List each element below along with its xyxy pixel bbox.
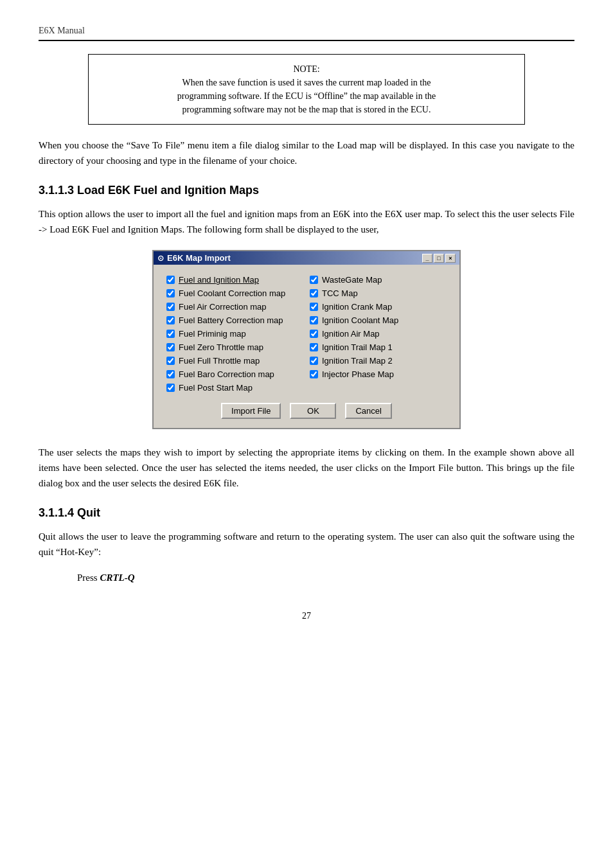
checkbox-ignition-trail2-input[interactable] <box>310 357 318 365</box>
right-checkboxes: WasteGate Map TCC Map Ignition Crank Map… <box>310 275 447 393</box>
checkbox-tcc: TCC Map <box>310 288 447 298</box>
page-number: 27 <box>302 611 311 621</box>
checkbox-injector-phase-input[interactable] <box>310 370 318 378</box>
minimize-button[interactable]: _ <box>422 254 432 263</box>
checkbox-fuel-priming-label: Fuel Priminig map <box>179 329 246 339</box>
checkbox-fuel-air-label: Fuel Air Correction map <box>179 302 267 312</box>
page-header: E6X Manual <box>39 26 574 41</box>
checkbox-fuel-coolant-label: Fuel Coolant Correction map <box>179 288 285 298</box>
checkbox-fuel-ignition-input[interactable] <box>166 276 175 284</box>
note-title: NOTE: <box>108 62 505 76</box>
note-box: NOTE: When the save function is used it … <box>88 54 525 125</box>
checkbox-fuel-post-input[interactable] <box>166 384 175 392</box>
dialog-window: ⊙ E6K Map Import _ □ × Fuel and Ignition… <box>152 250 461 429</box>
checkbox-fuel-baro-input[interactable] <box>166 370 175 378</box>
checkbox-fuel-zero: Fuel Zero Throttle map <box>166 342 303 352</box>
checkbox-ignition-crank: Ignition Crank Map <box>310 302 447 312</box>
dialog-container: ⊙ E6K Map Import _ □ × Fuel and Ignition… <box>39 250 574 429</box>
page-footer: 27 <box>39 611 574 621</box>
checkbox-fuel-baro: Fuel Baro Correction map <box>166 369 303 379</box>
import-file-button[interactable]: Import File <box>221 403 281 419</box>
hotkey-text: Press CRTL-Q <box>77 570 574 585</box>
checkbox-fuel-zero-label: Fuel Zero Throttle map <box>179 342 263 352</box>
dialog-columns: Fuel and Ignition Map Fuel Coolant Corre… <box>166 275 447 393</box>
checkbox-fuel-full-input[interactable] <box>166 357 175 365</box>
close-button[interactable]: × <box>445 254 456 263</box>
checkbox-fuel-coolant-input[interactable] <box>166 289 175 297</box>
checkbox-injector-phase: Injector Phase Map <box>310 369 447 379</box>
paragraph-1: When you choose the “Save To File” menu … <box>39 137 574 168</box>
checkbox-tcc-input[interactable] <box>310 289 318 297</box>
checkbox-fuel-priming-input[interactable] <box>166 330 175 338</box>
checkbox-fuel-post-label: Fuel Post Start Map <box>179 383 253 393</box>
paragraph-3: The user selects the maps they wish to i… <box>39 445 574 491</box>
checkbox-wastegate-label: WasteGate Map <box>322 275 382 285</box>
note-line-2: programming software. If the ECU is “Off… <box>108 89 505 103</box>
checkbox-tcc-label: TCC Map <box>322 288 358 298</box>
checkbox-fuel-baro-label: Fuel Baro Correction map <box>179 369 274 379</box>
paragraph-4: Quit allows the user to leave the progra… <box>39 529 574 560</box>
checkbox-fuel-coolant: Fuel Coolant Correction map <box>166 288 303 298</box>
cancel-button[interactable]: Cancel <box>345 403 391 419</box>
checkbox-ignition-air-input[interactable] <box>310 330 318 338</box>
checkbox-wastegate: WasteGate Map <box>310 275 447 285</box>
checkbox-ignition-trail1: Ignition Trail Map 1 <box>310 342 447 352</box>
dialog-titlebar: ⊙ E6K Map Import _ □ × <box>154 251 459 265</box>
checkbox-fuel-battery: Fuel Battery Correction map <box>166 315 303 325</box>
checkbox-wastegate-input[interactable] <box>310 276 318 284</box>
hotkey-code: CRTL-Q <box>100 572 134 583</box>
checkbox-fuel-priming: Fuel Priminig map <box>166 329 303 339</box>
checkbox-ignition-coolant-label: Ignition Coolant Map <box>322 315 398 325</box>
dialog-buttons: Import File OK Cancel <box>166 403 447 419</box>
checkbox-ignition-trail2-label: Ignition Trail Map 2 <box>322 356 393 366</box>
checkbox-ignition-trail1-label: Ignition Trail Map 1 <box>322 342 393 352</box>
checkbox-ignition-coolant: Ignition Coolant Map <box>310 315 447 325</box>
section-heading-1: 3.1.1.3 Load E6K Fuel and Ignition Maps <box>39 184 574 197</box>
checkbox-fuel-battery-label: Fuel Battery Correction map <box>179 315 283 325</box>
checkbox-fuel-post: Fuel Post Start Map <box>166 383 303 393</box>
checkbox-fuel-battery-input[interactable] <box>166 316 175 324</box>
checkbox-injector-phase-label: Injector Phase Map <box>322 369 394 379</box>
dialog-title: E6K Map Import <box>167 253 231 263</box>
checkbox-ignition-trail1-input[interactable] <box>310 343 318 351</box>
section-heading-2: 3.1.1.4 Quit <box>39 506 574 520</box>
dialog-content: Fuel and Ignition Map Fuel Coolant Corre… <box>154 265 459 428</box>
checkbox-ignition-crank-input[interactable] <box>310 303 318 311</box>
note-line-1: When the save function is used it saves … <box>108 76 505 89</box>
checkbox-fuel-air: Fuel Air Correction map <box>166 302 303 312</box>
checkbox-fuel-air-input[interactable] <box>166 303 175 311</box>
left-checkboxes: Fuel and Ignition Map Fuel Coolant Corre… <box>166 275 303 393</box>
ok-button[interactable]: OK <box>290 403 336 419</box>
paragraph-2: This option allows the user to import al… <box>39 206 574 237</box>
note-line-3: programming software may not be the map … <box>108 103 505 116</box>
checkbox-ignition-air-label: Ignition Air Map <box>322 329 380 339</box>
dialog-titlebar-buttons: _ □ × <box>422 254 456 263</box>
checkbox-fuel-full-label: Fuel Full Throttle map <box>179 356 260 366</box>
checkbox-ignition-coolant-input[interactable] <box>310 316 318 324</box>
checkbox-fuel-ignition: Fuel and Ignition Map <box>166 275 303 285</box>
header-title: E6X Manual <box>39 26 85 35</box>
checkbox-ignition-trail2: Ignition Trail Map 2 <box>310 356 447 366</box>
checkbox-fuel-ignition-label: Fuel and Ignition Map <box>179 275 259 285</box>
checkbox-fuel-full: Fuel Full Throttle map <box>166 356 303 366</box>
checkbox-ignition-air: Ignition Air Map <box>310 329 447 339</box>
maximize-button[interactable]: □ <box>434 254 444 263</box>
dialog-icon: ⊙ <box>157 254 164 263</box>
checkbox-fuel-zero-input[interactable] <box>166 343 175 351</box>
checkbox-ignition-crank-label: Ignition Crank Map <box>322 302 392 312</box>
